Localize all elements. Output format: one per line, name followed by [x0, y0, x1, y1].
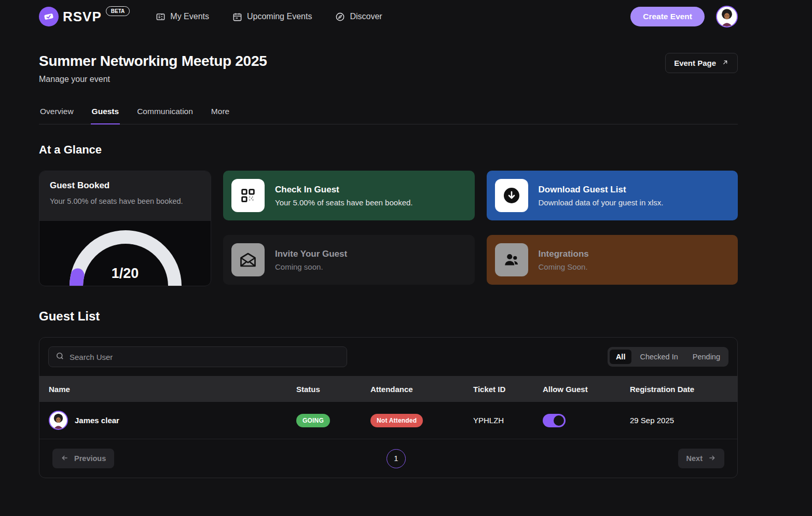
qr-code-icon	[231, 179, 265, 212]
external-link-icon	[721, 59, 729, 68]
card-text: Check In Guest Your 5.00% of seats have …	[275, 185, 412, 207]
guest-status-cell: GOING	[296, 414, 370, 427]
guest-name-cell: James clear	[49, 411, 296, 430]
card-title: Download Guest List	[539, 185, 664, 195]
search-box	[48, 346, 347, 367]
at-a-glance-heading: At a Glance	[39, 143, 738, 157]
status-badge: GOING	[296, 414, 330, 427]
table-header: Name Status Attendance Ticket ID Allow G…	[39, 376, 737, 402]
column-ticket-id: Ticket ID	[473, 385, 543, 394]
column-status: Status	[296, 385, 370, 394]
filter-checked-in[interactable]: Checked In	[634, 350, 684, 364]
column-registration-date: Registration Date	[630, 385, 737, 394]
compass-icon	[335, 12, 345, 22]
card-text: Download Guest List Download data of you…	[539, 185, 664, 207]
page-subtitle: Manage your event	[39, 75, 267, 84]
next-label: Next	[686, 454, 703, 463]
check-in-guest-card[interactable]: Check In Guest Your 5.00% of seats have …	[223, 171, 475, 220]
guest-booked-title: Guest Booked	[50, 180, 200, 191]
rsvp-logo-icon	[39, 7, 59, 26]
topbar-right: Create Event	[630, 6, 738, 27]
next-page-button[interactable]: Next	[678, 449, 724, 468]
card-subtitle: Coming Soon.	[539, 262, 589, 271]
card-subtitle: Coming soon.	[275, 262, 347, 271]
nav-label: My Events	[170, 12, 209, 21]
card-text: Integrations Coming Soon.	[539, 249, 589, 271]
filter-pending[interactable]: Pending	[686, 350, 726, 364]
guest-filter: All Checked In Pending	[608, 347, 728, 367]
nav-label: Upcoming Events	[247, 12, 312, 21]
tab-communication[interactable]: Communication	[136, 107, 194, 124]
guest-list-heading: Guest List	[39, 309, 738, 324]
guest-booked-card: Guest Booked Your 5.00% of seats have be…	[39, 171, 211, 286]
top-navigation: RSVP BETA My Events Upcoming Events Di	[39, 0, 738, 33]
page-title-block: Summer Networking Meetup 2025 Manage you…	[39, 53, 267, 84]
tab-overview[interactable]: Overview	[39, 107, 75, 124]
nav-discover[interactable]: Discover	[335, 12, 382, 22]
page-header: Summer Networking Meetup 2025 Manage you…	[39, 53, 738, 84]
card-subtitle: Download data of your guest in xlsx.	[539, 198, 664, 207]
guest-list-toolbar: All Checked In Pending	[39, 338, 737, 376]
column-name: Name	[49, 385, 296, 394]
nav-label: Discover	[350, 12, 382, 21]
download-icon	[495, 179, 528, 212]
filter-all[interactable]: All	[610, 350, 632, 364]
card-text: Invite Your Guest Coming soon.	[275, 249, 347, 271]
gauge-value: 1/20	[39, 266, 211, 282]
table-row: James clear GOING Not Attended YPHLZH 29…	[39, 402, 737, 439]
action-cards: Check In Guest Your 5.00% of seats have …	[223, 171, 738, 286]
users-icon	[495, 243, 528, 276]
guest-booked-header: Guest Booked Your 5.00% of seats have be…	[39, 171, 211, 221]
allow-guest-toggle[interactable]	[543, 414, 566, 427]
app-root: RSVP BETA My Events Upcoming Events Di	[39, 0, 738, 478]
previous-page-button[interactable]: Previous	[52, 449, 114, 468]
events-icon	[156, 12, 166, 22]
rsvp-brand[interactable]: RSVP BETA	[39, 5, 130, 28]
at-a-glance-cards: Guest Booked Your 5.00% of seats have be…	[39, 171, 738, 286]
guest-name: James clear	[75, 416, 119, 425]
event-tabs: Overview Guests Communication More	[39, 107, 738, 124]
calendar-icon	[232, 12, 242, 22]
booking-gauge: 1/20	[39, 221, 211, 286]
guest-avatar	[49, 411, 68, 430]
integrations-card: Integrations Coming Soon.	[487, 235, 738, 285]
card-title: Integrations	[539, 249, 589, 259]
nav-my-events[interactable]: My Events	[156, 12, 209, 22]
nav-upcoming-events[interactable]: Upcoming Events	[232, 12, 312, 22]
guest-booked-subtitle: Your 5.00% of seats have been booked.	[50, 197, 200, 205]
event-page-button[interactable]: Event Page	[665, 53, 738, 73]
attendance-badge: Not Attended	[370, 414, 423, 427]
invite-your-guest-card: Invite Your Guest Coming soon.	[223, 235, 475, 285]
main-nav: My Events Upcoming Events Discover	[156, 12, 382, 22]
column-allow-guest: Allow Guest	[543, 385, 630, 394]
event-page-label: Event Page	[674, 59, 716, 67]
guest-ticket-id: YPHLZH	[473, 416, 543, 425]
tab-more[interactable]: More	[210, 107, 230, 124]
tab-guests[interactable]: Guests	[91, 107, 120, 124]
guest-allow-cell	[543, 414, 630, 427]
previous-label: Previous	[74, 454, 106, 463]
card-subtitle: Your 5.00% of seats have been booked.	[275, 198, 412, 207]
page-title: Summer Networking Meetup 2025	[39, 53, 267, 69]
logo-text: RSVP	[63, 5, 102, 28]
user-avatar[interactable]	[716, 6, 738, 27]
card-title: Invite Your Guest	[275, 249, 347, 259]
guest-attendance-cell: Not Attended	[370, 414, 473, 427]
guest-registration-date: 29 Sep 2025	[630, 416, 737, 425]
download-guest-list-card[interactable]: Download Guest List Download data of you…	[487, 171, 738, 220]
column-attendance: Attendance	[370, 385, 473, 394]
pagination: Previous 1 Next	[39, 439, 737, 478]
arrow-right-icon	[708, 454, 716, 464]
arrow-left-icon	[61, 454, 69, 464]
envelope-open-icon	[231, 243, 265, 276]
card-title: Check In Guest	[275, 185, 412, 195]
beta-badge: BETA	[106, 6, 130, 16]
search-icon	[56, 352, 64, 362]
create-event-button[interactable]: Create Event	[630, 7, 705, 26]
search-input[interactable]	[70, 353, 340, 361]
guest-list-panel: All Checked In Pending Name Status Atten…	[39, 337, 738, 478]
page-number[interactable]: 1	[387, 449, 406, 468]
